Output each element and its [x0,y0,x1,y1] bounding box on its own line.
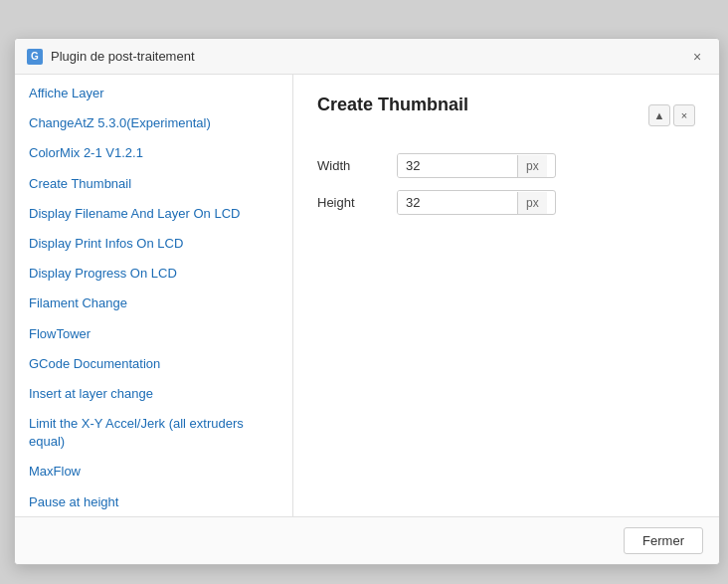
dialog: G Plugin de post-traitement × Affiche La… [14,38,720,565]
close-button[interactable]: × [687,47,707,67]
dialog-body: Affiche LayerChangeAtZ 5.3.0(Experimenta… [15,75,719,516]
sidebar-item[interactable]: Insert at layer change [15,379,292,409]
sidebar-item[interactable]: Display Filename And Layer On LCD [15,199,292,229]
field-row: Widthpx [317,153,695,178]
nav-up-button[interactable]: ▲ [648,104,670,126]
sidebar-item[interactable]: Display Progress On LCD [15,259,292,289]
field-input-wrap: px [397,153,556,178]
field-input-height[interactable] [398,191,517,214]
sidebar-item[interactable]: Display Print Infos On LCD [15,229,292,259]
field-label: Width [317,158,397,173]
content-title: Create Thumbnail [317,95,468,115]
sidebar-item[interactable]: ColorMix 2-1 V1.2.1 [15,138,292,168]
field-row: Heightpx [317,190,695,215]
dialog-icon-letter: G [31,51,39,62]
sidebar-item[interactable]: FlowTower [15,319,292,349]
dialog-footer: Fermer [15,516,719,564]
field-label: Height [317,195,397,210]
sidebar-item[interactable]: Affiche Layer [15,79,292,108]
dialog-title: Plugin de post-traitement [51,49,687,64]
main-content: Create Thumbnail ▲ × WidthpxHeightpx [293,75,719,516]
sidebar-item[interactable]: GCode Documentation [15,349,292,379]
fermer-button[interactable]: Fermer [624,527,703,554]
field-unit: px [517,192,547,214]
nav-close-button[interactable]: × [673,104,695,126]
field-input-width[interactable] [398,154,517,177]
sidebar-item[interactable]: ChangeAtZ 5.3.0(Experimental) [15,108,292,138]
sidebar: Affiche LayerChangeAtZ 5.3.0(Experimenta… [15,75,293,516]
dialog-icon: G [27,49,43,65]
sidebar-item[interactable]: Limit the X-Y Accel/Jerk (all extruders … [15,409,292,457]
sidebar-item[interactable]: Filament Change [15,289,292,318]
sidebar-item[interactable]: Create Thumbnail [15,169,292,199]
field-input-wrap: px [397,190,556,215]
field-unit: px [517,155,547,177]
sidebar-item[interactable]: Pause at height [15,487,292,516]
dialog-header: G Plugin de post-traitement × [15,39,719,75]
fields-container: WidthpxHeightpx [317,153,695,227]
sidebar-item[interactable]: MaxFlow [15,457,292,487]
